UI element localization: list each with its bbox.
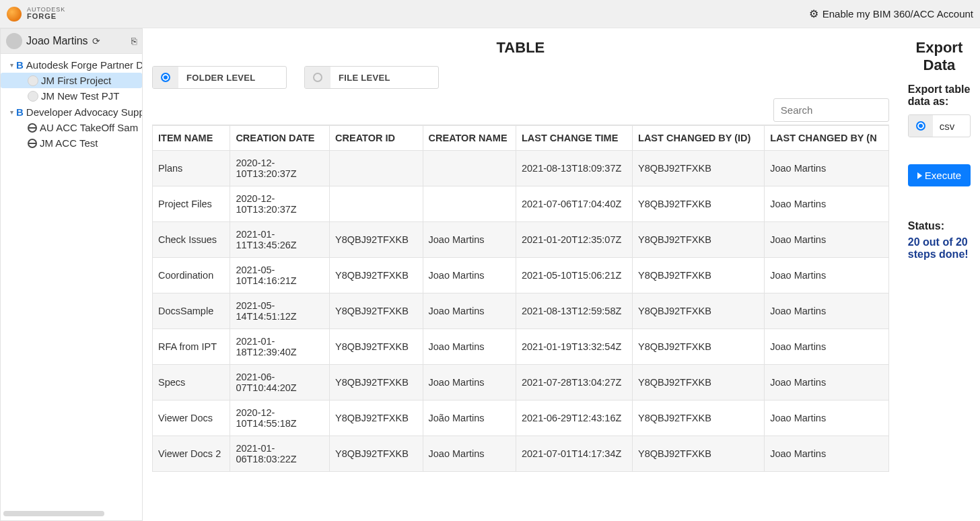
export-format-value: csv <box>933 120 955 132</box>
cell-cdate: 2021-01-11T13:45:26Z <box>230 222 330 258</box>
tree-project[interactable]: JM ACC Test <box>1 135 142 151</box>
column-header[interactable]: LAST CHANGED BY (N <box>765 126 889 151</box>
bim-hub-icon: B <box>16 59 24 71</box>
chevron-down-icon: ▾ <box>10 61 13 69</box>
cell-lname: Joao Martins <box>765 293 889 329</box>
bim-hub-icon: B <box>16 106 24 118</box>
folder-level-label: FOLDER LEVEL <box>178 73 286 83</box>
brand-forge: FORGE <box>27 13 65 21</box>
tree-project-label: JM First Project <box>41 75 111 86</box>
tree-project[interactable]: JM New Test PJT <box>1 88 142 104</box>
table-row[interactable]: Viewer Docs 22021-01-06T18:03:22ZY8QBJ92… <box>153 436 889 472</box>
forge-logo-icon <box>7 7 22 22</box>
column-header[interactable]: CREATION DATE <box>230 126 330 151</box>
cell-cdate: 2021-06-07T10:44:20Z <box>230 365 330 401</box>
cell-cname: Joao Martins <box>423 436 516 472</box>
status-message: 20 out of 20 steps done! <box>908 236 971 260</box>
search-input[interactable] <box>773 98 889 122</box>
tree-project[interactable]: AU ACC TakeOff Sam <box>1 120 142 135</box>
table-row[interactable]: Specs2021-06-07T10:44:20ZY8QBJ92TFXKBJoa… <box>153 365 889 401</box>
cell-lid: Y8QBJ92TFXKB <box>633 365 765 401</box>
cell-cid: Y8QBJ92TFXKB <box>330 293 423 329</box>
table-row[interactable]: DocsSample2021-05-14T14:51:12ZY8QBJ92TFX… <box>153 293 889 329</box>
globe-icon <box>28 139 37 148</box>
export-format-select[interactable]: csv <box>908 114 971 137</box>
cell-lname: Joao Martins <box>765 436 889 472</box>
table-row[interactable]: Project Files2020-12-10T13:20:37Z2021-07… <box>153 186 889 222</box>
cell-ltime: 2021-08-13T18:09:37Z <box>516 151 632 186</box>
cell-cid: Y8QBJ92TFXKB <box>330 222 423 258</box>
sidebar-scrollbar[interactable] <box>3 511 104 516</box>
cell-item: DocsSample <box>153 293 230 329</box>
enable-account-label: Enable my BIM 360/ACC Account <box>823 8 973 20</box>
cell-ltime: 2021-08-13T12:59:58Z <box>516 293 632 329</box>
logout-icon[interactable]: ⎘ <box>131 36 137 46</box>
cell-lid: Y8QBJ92TFXKB <box>633 436 765 472</box>
radio-checked-icon <box>916 121 925 131</box>
cell-lid: Y8QBJ92TFXKB <box>633 401 765 436</box>
project-icon <box>28 91 38 102</box>
table-row[interactable]: RFA from IPT2021-01-18T12:39:40ZY8QBJ92T… <box>153 329 889 365</box>
cell-ltime: 2021-05-10T15:06:21Z <box>516 258 632 293</box>
cell-cid: Y8QBJ92TFXKB <box>330 258 423 293</box>
cell-lid: Y8QBJ92TFXKB <box>633 186 765 222</box>
cell-item: Specs <box>153 365 230 401</box>
column-header[interactable]: LAST CHANGE TIME <box>516 126 632 151</box>
avatar <box>6 33 22 49</box>
content: TABLE FOLDER LEVEL FILE LEVEL ITEM NAMEC… <box>143 28 899 521</box>
cell-lname: Joao Martins <box>765 222 889 258</box>
table-row[interactable]: Coordination2021-05-10T14:16:21ZY8QBJ92T… <box>153 258 889 293</box>
cell-cid: Y8QBJ92TFXKB <box>330 401 423 436</box>
cell-ltime: 2021-06-29T12:43:16Z <box>516 401 632 436</box>
execute-button-label: Execute <box>925 170 961 181</box>
column-header[interactable]: CREATOR ID <box>330 126 423 151</box>
cell-cname: João Martins <box>423 401 516 436</box>
tree-hub[interactable]: ▾BDeveloper Advocacy Supp <box>1 104 142 120</box>
globe-icon <box>28 123 37 133</box>
column-header[interactable]: LAST CHANGED BY (ID) <box>633 126 765 151</box>
cell-item: Project Files <box>153 186 230 222</box>
status-block: Status: 20 out of 20 steps done! <box>908 220 971 260</box>
cell-lid: Y8QBJ92TFXKB <box>633 258 765 293</box>
cell-cname <box>423 186 516 222</box>
cell-item: Viewer Docs 2 <box>153 436 230 472</box>
play-icon <box>917 172 922 179</box>
tree-hub[interactable]: ▾BAutodesk Forge Partner D <box>1 57 142 73</box>
brand: AUTODESK FORGE <box>7 7 65 22</box>
cell-lname: Joao Martins <box>765 258 889 293</box>
table-row[interactable]: Viewer Docs2020-12-10T14:55:18ZY8QBJ92TF… <box>153 401 889 436</box>
tree-project[interactable]: JM First Project <box>1 73 142 88</box>
table-row[interactable]: Check Issues2021-01-11T13:45:26ZY8QBJ92T… <box>153 222 889 258</box>
cell-cdate: 2020-12-10T13:20:37Z <box>230 151 330 186</box>
cell-cdate: 2020-12-10T13:20:37Z <box>230 186 330 222</box>
cell-cid: Y8QBJ92TFXKB <box>330 365 423 401</box>
cell-cdate: 2021-01-06T18:03:22Z <box>230 436 330 472</box>
refresh-icon[interactable]: ⟳ <box>92 36 100 46</box>
level-toggles: FOLDER LEVEL FILE LEVEL <box>152 66 889 89</box>
table-row[interactable]: Plans2020-12-10T13:20:37Z2021-08-13T18:0… <box>153 151 889 186</box>
radio-checked-icon <box>161 73 170 82</box>
cell-cname: Joao Martins <box>423 258 516 293</box>
cell-ltime: 2021-07-28T13:04:27Z <box>516 365 632 401</box>
enable-account-link[interactable]: ⚙ Enable my BIM 360/ACC Account <box>809 7 973 20</box>
cell-ltime: 2021-01-20T12:35:07Z <box>516 222 632 258</box>
sidebar: Joao Martins ⟳ ⎘ ▾BAutodesk Forge Partne… <box>0 28 143 521</box>
column-header[interactable]: ITEM NAME <box>153 126 230 151</box>
cell-cdate: 2020-12-10T14:55:18Z <box>230 401 330 436</box>
export-title: Export Data <box>908 39 971 74</box>
cell-ltime: 2021-07-01T14:17:34Z <box>516 436 632 472</box>
cell-item: RFA from IPT <box>153 329 230 365</box>
cell-ltime: 2021-01-19T13:32:54Z <box>516 329 632 365</box>
topbar: AUTODESK FORGE ⚙ Enable my BIM 360/ACC A… <box>0 0 980 28</box>
brand-text: AUTODESK FORGE <box>27 7 65 21</box>
column-header[interactable]: CREATOR NAME <box>423 126 516 151</box>
cell-lname: Joao Martins <box>765 365 889 401</box>
execute-button[interactable]: Execute <box>908 164 971 186</box>
cell-lid: Y8QBJ92TFXKB <box>633 222 765 258</box>
cell-lname: Joao Martins <box>765 329 889 365</box>
cell-cid: Y8QBJ92TFXKB <box>330 436 423 472</box>
cell-cid <box>330 151 423 186</box>
folder-level-toggle[interactable]: FOLDER LEVEL <box>152 66 287 89</box>
file-level-toggle[interactable]: FILE LEVEL <box>304 66 439 89</box>
cell-cname <box>423 151 516 186</box>
